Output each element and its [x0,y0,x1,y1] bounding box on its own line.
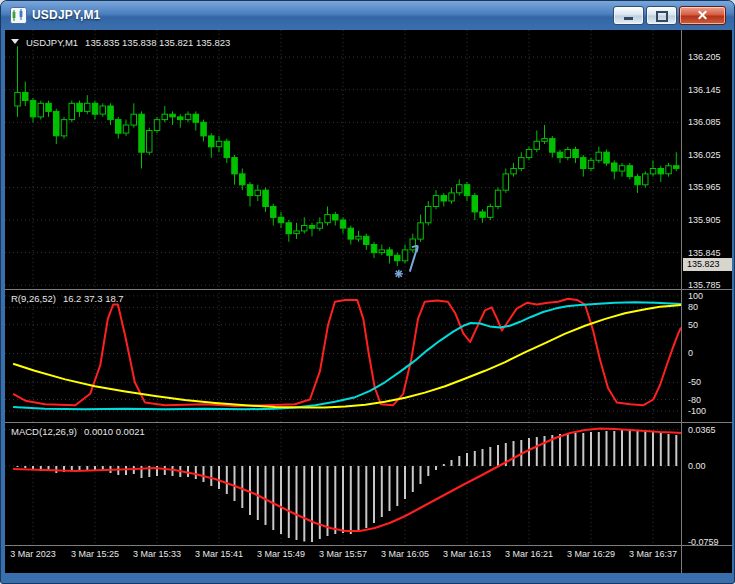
time-axis-label: 3 Mar 15:25 [65,549,125,559]
r-axis-label: 100 [688,291,703,301]
price-axis-label: 135.785 [688,280,721,290]
price-axis-label: 136.085 [688,117,721,127]
price-axis-label: 135.905 [688,215,721,225]
time-axis-label: 3 Mar 16:05 [375,549,435,559]
time-axis-label: 3 Mar 16:13 [437,549,497,559]
time-axis-label: 3 Mar 16:21 [499,549,559,559]
title-bar[interactable]: USDJPY,M1 [1,1,734,30]
time-axis-label: 3 Mar 16:37 [623,549,683,559]
time-axis-label: 3 Mar 15:33 [127,549,187,559]
terminal-window: USDJPY,M1 USDJPY,M1 135.835 135.838 135.… [0,0,735,584]
time-axis[interactable]: 3 Mar 20233 Mar 15:253 Mar 15:333 Mar 15… [5,545,681,573]
app-icon [10,7,27,24]
macd-axis-label: -0.0759 [688,537,719,547]
chart-ohlc-header: USDJPY,M1 135.835 135.838 135.821 135.82… [11,37,230,48]
symbol-dropdown-icon[interactable] [11,39,19,44]
r-indicator-name: R(9,26,52) [11,293,56,304]
macd-axis-label: 0.00 [688,461,706,471]
candlestick-chart[interactable] [5,30,681,289]
time-axis-label: 3 Mar 15:57 [313,549,373,559]
minimize-button[interactable] [613,6,644,25]
r-line-mid [13,302,681,409]
price-axis-label: 136.145 [688,85,721,95]
macd-indicator-values: 0.0010 0.0021 [84,426,145,437]
window-title: USDJPY,M1 [32,8,101,22]
panel-separator[interactable] [5,422,732,423]
macd-signal-line [13,429,681,532]
current-price-tag: 135.823 [683,258,732,271]
r-indicator-header: R(9,26,52) 16.2 37.3 18.7 [11,293,124,304]
percent-r-indicator-chart[interactable] [5,289,681,422]
grid [5,289,681,422]
price-axis[interactable]: 135.823 136.205136.145136.085136.025135.… [681,30,732,573]
time-axis-label: 3 Mar 2023 [5,549,63,559]
r-axis-label: 0 [688,348,693,358]
macd-indicator-header: MACD(12,26,9) 0.0010 0.0021 [11,426,145,437]
r-indicator-values: 16.2 37.3 18.7 [63,293,124,304]
price-axis-label: 135.965 [688,182,721,192]
macd-indicator-name: MACD(12,26,9) [11,426,77,437]
grid [5,30,681,289]
r-axis-label: 50 [688,320,698,330]
macd-histogram [18,430,677,542]
close-button[interactable] [679,6,726,25]
r-axis-label: -100 [688,406,706,416]
r-axis-label: -50 [688,377,701,387]
r-line-slow [13,305,681,408]
r-axis-label: -80 [688,395,701,405]
ohlc-values: 135.835 135.838 135.821 135.823 [85,37,230,48]
time-axis-label: 3 Mar 15:41 [189,549,249,559]
maximize-button[interactable] [646,6,677,25]
candles [15,46,679,266]
price-axis-label: 136.205 [688,52,721,62]
macd-axis-label: 0.0365 [688,425,716,435]
time-axis-label: 3 Mar 15:49 [251,549,311,559]
price-axis-label: 136.025 [688,150,721,160]
star-marker-icon [395,270,403,278]
panel-separator[interactable] [5,289,732,290]
chart-area: USDJPY,M1 135.835 135.838 135.821 135.82… [5,30,732,573]
time-axis-label: 3 Mar 16:29 [561,549,621,559]
macd-indicator-chart[interactable] [5,422,681,545]
price-axis-label: 135.845 [688,248,721,258]
symbol-label: USDJPY,M1 [26,37,78,48]
r-axis-label: 80 [688,302,698,312]
window-controls [613,6,726,25]
maximize-icon [656,11,668,22]
minimize-icon [624,17,633,20]
